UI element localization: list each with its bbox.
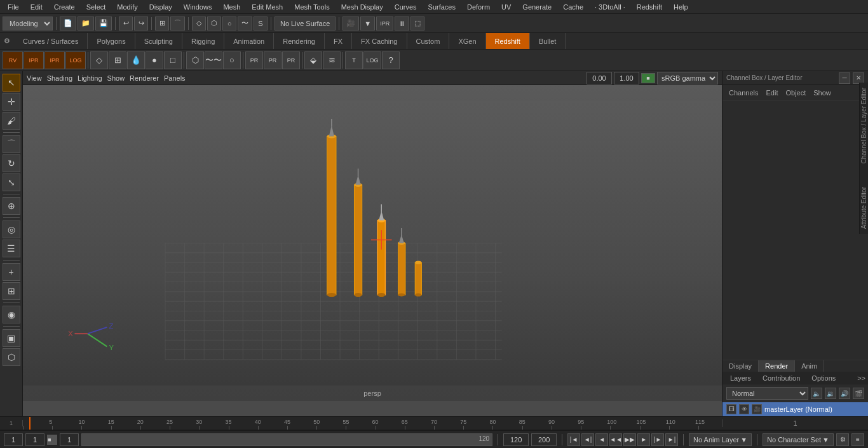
play-fwd-btn[interactable]: ▶▶ (623, 433, 636, 446)
ipr-btn[interactable]: IPR (376, 17, 393, 31)
no-anim-layer-dropdown[interactable]: No Anim Layer ▼ (689, 433, 752, 446)
open-scene-btn[interactable]: 📁 (78, 17, 94, 31)
snap-grid-btn[interactable]: ⊞ (155, 17, 169, 31)
menu-edit-mesh[interactable]: Edit Mesh (247, 2, 288, 12)
wf-tab-curves-surfaces[interactable]: Curves / Surfaces (14, 33, 88, 49)
rs-grid-btn[interactable]: ⊞ (109, 51, 126, 69)
render-btn[interactable]: ▣ (3, 329, 20, 347)
cam-select-btn[interactable]: 🎥 (342, 17, 359, 31)
rs-circle-btn[interactable]: ○ (223, 51, 241, 69)
sym-select-btn[interactable]: S (254, 17, 268, 31)
rt-tab-anim[interactable]: Anim (795, 360, 824, 372)
rst-tab-contribution[interactable]: Contribution (757, 373, 805, 383)
wf-tab-sculpting[interactable]: Sculpting (135, 33, 182, 49)
ch-tab-object[interactable]: Object (783, 88, 808, 98)
go-start-btn[interactable]: |◄ (567, 433, 580, 446)
zoom-offset-input[interactable] (587, 72, 612, 85)
menu-deform[interactable]: Deform (462, 2, 495, 12)
rs-ipr-btn[interactable]: IPR (24, 51, 44, 69)
nd-icon-1[interactable]: 🔈 (811, 388, 822, 399)
cam-settings-btn[interactable]: ▼ (360, 17, 375, 31)
paint-tool-btn[interactable]: 🖌 (3, 112, 20, 130)
menu-generate[interactable]: Generate (517, 2, 557, 12)
timeline[interactable]: 1 05101520253035404550556065707580859095… (0, 416, 868, 430)
menu-modify[interactable]: Modify (112, 2, 142, 12)
prev-frame-btn[interactable]: ◄ (595, 433, 608, 446)
save-scene-btn[interactable]: 💾 (95, 17, 112, 31)
show-manip-btn[interactable]: ☰ (3, 240, 20, 257)
undo-btn[interactable]: ↩ (119, 17, 133, 31)
prev-key-btn[interactable]: ◄| (581, 433, 594, 446)
rst-tab-options[interactable]: Options (806, 373, 841, 383)
rp-close-btn[interactable]: ✕ (853, 72, 864, 84)
rs-ipr2-btn[interactable]: IPR (44, 51, 65, 69)
rt-tab-render[interactable]: Render (759, 360, 795, 372)
rs-wave-btn[interactable]: ≋ (323, 51, 341, 69)
rs-sphere-btn[interactable]: ● (146, 51, 163, 69)
range-end-input[interactable] (60, 433, 79, 446)
no-live-surface-btn[interactable]: No Live Surface (275, 17, 336, 31)
ch-tab-show[interactable]: Show (811, 88, 834, 98)
anim-settings-btn[interactable]: ⚙ (836, 433, 849, 446)
side-tab-attribute-editor[interactable]: Attribute Editor (859, 182, 868, 234)
wf-tab-redshift[interactable]: Redshift (486, 33, 530, 49)
anim-extra-btn[interactable]: ≡ (851, 433, 864, 446)
paint-select-btn[interactable]: ⬡ (207, 17, 221, 31)
master-layer-row[interactable]: 🎞 👁 🎥 masterLayer (Normal) (722, 402, 868, 416)
menu-select[interactable]: Select (81, 2, 111, 12)
menu-uv[interactable]: UV (496, 2, 516, 12)
rs-drop-btn[interactable]: 💧 (127, 51, 145, 69)
menu-edit[interactable]: Edit (25, 2, 48, 12)
rs-wavy-btn[interactable]: 〜〜 (205, 51, 222, 69)
pause-ipr-btn[interactable]: ⏸ (395, 17, 409, 31)
rs-cube-btn[interactable]: ⬡ (186, 51, 204, 69)
color-space-dropdown[interactable]: sRGB gamma (657, 72, 718, 85)
play-back-btn[interactable]: ◄◄ (609, 433, 622, 446)
wf-tab-rigging[interactable]: Rigging (182, 33, 224, 49)
vp-menu-view[interactable]: View (27, 74, 42, 82)
menu-create[interactable]: Create (49, 2, 80, 12)
timeline-range-slider[interactable]: 120 (81, 433, 492, 446)
rs-pr1-btn[interactable]: PR (245, 51, 263, 69)
sculpt-btn[interactable]: ◉ (3, 306, 20, 323)
lasso-select-btn[interactable]: ◇ (192, 17, 206, 31)
menu-3dtoall[interactable]: · 3DtoAll · (590, 2, 630, 12)
move-tool-btn[interactable]: ✛ (3, 93, 20, 111)
wf-tab-rendering[interactable]: Rendering (274, 33, 325, 49)
snap-curve-btn[interactable]: ⌒ (170, 17, 185, 31)
soft-sel-btn[interactable]: ◎ (3, 221, 20, 238)
menu-curves[interactable]: Curves (390, 2, 422, 12)
rs-pr2-btn[interactable]: PR (264, 51, 281, 69)
rt-tab-display[interactable]: Display (722, 360, 759, 372)
anim-end-input[interactable] (503, 433, 529, 446)
menu-mesh-tools[interactable]: Mesh Tools (289, 2, 334, 12)
menu-file[interactable]: File (3, 2, 24, 12)
workflow-gear-icon[interactable]: ⚙ (0, 37, 14, 45)
menu-help[interactable]: Help (668, 2, 693, 12)
rs-tex-btn[interactable]: T (345, 51, 363, 69)
menu-mesh[interactable]: Mesh (218, 2, 245, 12)
cam-btn[interactable]: ⬡ (3, 348, 20, 366)
soft-select-btn[interactable]: ○ (222, 17, 236, 31)
new-scene-btn[interactable]: 📄 (60, 17, 76, 31)
scale-tool-btn[interactable]: ⤡ (3, 173, 20, 191)
side-tab-channel-box[interactable]: Channel Box / Layer Editor (859, 83, 868, 169)
nd-icon-4[interactable]: 🎬 (853, 388, 864, 399)
go-end-btn[interactable]: ►| (665, 433, 678, 446)
rs-dish-btn[interactable]: ⬙ (304, 51, 322, 69)
vp-menu-panels[interactable]: Panels (164, 74, 186, 82)
paint-weights-btn[interactable]: 〜 (238, 17, 252, 31)
wf-tab-bullet[interactable]: Bullet (530, 33, 566, 49)
timeline-ruler[interactable]: 0510152025303540455055606570758085909510… (23, 417, 722, 430)
frame-current-input[interactable] (25, 433, 44, 446)
color-space-icon[interactable]: ■ (641, 73, 655, 83)
vp-menu-renderer[interactable]: Renderer (130, 74, 159, 82)
next-frame-btn[interactable]: ► (637, 433, 650, 446)
wf-tab-fx-caching[interactable]: FX Caching (352, 33, 407, 49)
rp-minimize-btn[interactable]: ─ (839, 72, 850, 84)
wf-tab-custom[interactable]: Custom (407, 33, 450, 49)
menu-surfaces[interactable]: Surfaces (423, 2, 461, 12)
rs-help-btn[interactable]: ? (382, 51, 400, 69)
universal-manip-btn[interactable]: ⊕ (3, 197, 20, 215)
vp-menu-lighting[interactable]: Lighting (78, 74, 102, 82)
